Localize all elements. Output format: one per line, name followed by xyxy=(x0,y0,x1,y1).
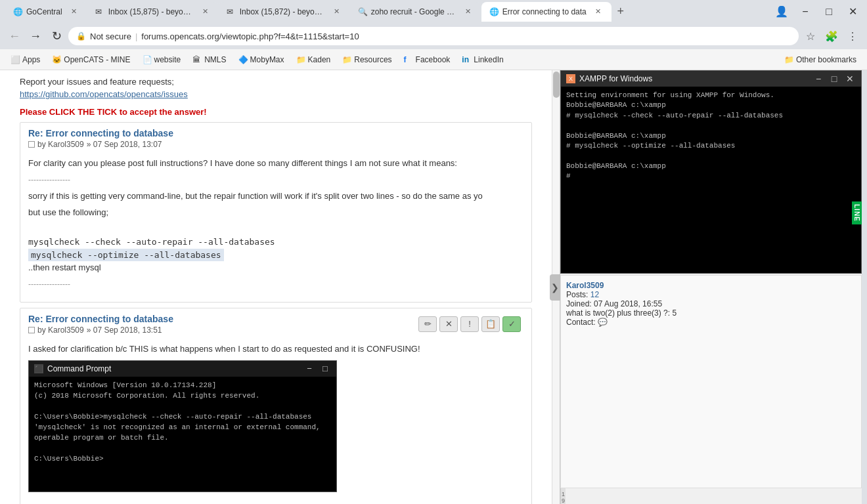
cmd-line-2: (c) 2018 Microsoft Corporation. All righ… xyxy=(34,391,331,402)
tab-close-error[interactable]: ✕ xyxy=(593,7,604,17)
tab-close-zoho[interactable]: ✕ xyxy=(463,7,474,17)
cmd-minimize-button[interactable]: − xyxy=(303,364,315,374)
scrollbar-thumb[interactable] xyxy=(553,72,560,98)
report-link[interactable]: https://github.com/opencats/opencats/iss… xyxy=(0,89,552,104)
maximize-button[interactable]: □ xyxy=(820,3,838,21)
post-1-line3: but use the following; xyxy=(28,206,523,219)
profile-username: Karol3509 xyxy=(566,281,604,290)
bookmark-other[interactable]: 📁 Other bookmarks xyxy=(779,54,862,66)
cmd-maximize-button[interactable]: □ xyxy=(319,364,331,374)
tab-inbox2[interactable]: ✉ Inbox (15,872) - beyondt ✕ xyxy=(219,2,350,22)
post-1-title[interactable]: Re: Error connecting to database xyxy=(28,128,173,138)
profile-panel: Karol3509 Posts: 12 Joined: 07 Aug 2018,… xyxy=(560,275,862,489)
bookmark-facebook[interactable]: f Facebook xyxy=(399,54,456,66)
edge-number-2: 9 xyxy=(562,497,565,504)
contact-icon: 💬 xyxy=(598,318,608,327)
tab-close-gocentral[interactable]: ✕ xyxy=(69,7,79,17)
delete-button[interactable]: ✕ xyxy=(439,316,458,332)
profile-username-row: Karol3509 xyxy=(566,281,856,290)
xampp-titlebar: X XAMPP for Windows − □ ✕ xyxy=(561,71,861,87)
tab-title-gocentral: GoCentral xyxy=(26,7,62,16)
profile-joined-row: Joined: 07 Aug 2018, 16:55 xyxy=(566,299,856,308)
bookmark-opencats[interactable]: 🐱 OpenCATS - MINE xyxy=(47,54,135,66)
xampp-title-text: XAMPP for Windows xyxy=(579,74,809,83)
website-icon: 📄 xyxy=(143,55,152,64)
post-2-body: I asked for clarification b/c THIS is wh… xyxy=(20,340,531,501)
bookmark-apps[interactable]: ⬜ Apps xyxy=(5,54,45,66)
sidebar-toggle-button[interactable]: ❯ xyxy=(550,274,560,301)
bookmark-facebook-label: Facebook xyxy=(416,55,451,64)
bookmark-star-button[interactable]: ☆ xyxy=(801,27,820,45)
post-1-author: by Karol3509 xyxy=(37,140,84,149)
quote-button[interactable]: 📋 xyxy=(481,316,500,332)
cmd-line-4: C:\Users\Bobbie>mysqlcheck --check --aut… xyxy=(34,412,331,423)
post-1-icon xyxy=(28,141,35,148)
refresh-button[interactable]: ↻ xyxy=(47,27,66,45)
back-button[interactable]: ← xyxy=(5,27,24,45)
cmd-line-6: operable program or batch file. xyxy=(34,433,331,444)
edit-button[interactable]: ✏ xyxy=(418,316,437,332)
browser-menu-button[interactable]: ⋮ xyxy=(843,27,862,45)
joined-label: Joined: xyxy=(566,299,592,308)
bookmarks-bar: ⬜ Apps 🐱 OpenCATS - MINE 📄 website 🏛 NML… xyxy=(0,49,867,70)
profile-posts-row: Posts: 12 xyxy=(566,290,856,299)
xampp-line-4 xyxy=(566,121,856,131)
account-button[interactable]: 👤 xyxy=(772,3,791,21)
tab-favicon-error: 🌐 xyxy=(489,7,499,16)
cmd-line-5: 'mysqlcheck' is not recognized as an int… xyxy=(34,423,331,433)
tab-inbox1[interactable]: ✉ Inbox (15,875) - beyondt ✕ xyxy=(87,2,219,22)
right-edge-panel: 1 9 xyxy=(560,488,566,504)
linkedin-icon: in xyxy=(462,55,471,64)
apps-icon: ⬜ xyxy=(11,55,20,64)
contact-label: Contact: xyxy=(566,318,596,327)
bookmark-nmls[interactable]: 🏛 NMLS xyxy=(187,54,231,66)
xampp-line-2: Bobbie@BARBARA c:\xampp xyxy=(566,100,856,110)
new-tab-button[interactable]: + xyxy=(611,3,630,21)
profile-question: what is two(2) plus three(3) ?: xyxy=(566,308,670,318)
post-1-meta: by Karol3509 » 07 Sep 2018, 13:07 xyxy=(28,140,523,149)
command-prompt-window[interactable]: ⬛ Command Prompt − □ Microsoft Windows [… xyxy=(28,360,337,492)
tab-title-error: Error connecting to data xyxy=(502,7,587,16)
xampp-maximize-button[interactable]: □ xyxy=(828,74,840,84)
post-1-header: Re: Error connecting to database by Karo… xyxy=(20,123,531,154)
forward-button[interactable]: → xyxy=(26,27,45,45)
browser-frame: 🌐 GoCentral ✕ ✉ Inbox (15,875) - beyondt… xyxy=(0,0,867,504)
tab-goCentral[interactable]: 🌐 GoCentral ✕ xyxy=(5,2,87,22)
tab-close-inbox2[interactable]: ✕ xyxy=(332,7,342,17)
cmd-title-text: Command Prompt xyxy=(47,363,300,375)
bookmark-resources[interactable]: 📁 Resources xyxy=(337,54,397,66)
security-label: Not secure xyxy=(90,32,131,41)
click-tick-notice: Please CLICK THE TICK to accept the answ… xyxy=(0,104,552,122)
tab-error[interactable]: 🌐 Error connecting to data ✕ xyxy=(481,2,611,22)
opencats-icon: 🐱 xyxy=(52,55,61,64)
cmd-line-3 xyxy=(34,402,331,412)
bookmark-resources-label: Resources xyxy=(354,55,391,64)
resources-icon: 📁 xyxy=(342,55,351,64)
post-2-title[interactable]: Re: Error connecting to database xyxy=(28,314,173,324)
bookmark-mobymax[interactable]: 🔷 MobyMax xyxy=(233,54,290,66)
bookmark-linkedin[interactable]: in LinkedIn xyxy=(456,54,508,66)
address-bar[interactable]: 🔒 Not secure | forums.opencats.org/viewt… xyxy=(68,27,799,45)
close-window-button[interactable]: ✕ xyxy=(843,3,862,21)
post-2-date: » 07 Sep 2018, 13:51 xyxy=(87,326,162,335)
xampp-minimize-button[interactable]: − xyxy=(812,74,824,84)
extensions-button[interactable]: 🧩 xyxy=(822,27,841,45)
security-icon: 🔒 xyxy=(76,32,86,41)
profile-answer: 5 xyxy=(672,308,677,318)
xampp-close-button[interactable]: ✕ xyxy=(844,74,856,84)
bookmark-kaden-label: Kaden xyxy=(308,55,331,64)
accept-button[interactable]: ✓ xyxy=(502,316,521,332)
live-badge: LINE xyxy=(852,201,862,224)
cmd-titlebar: ⬛ Command Prompt − □ xyxy=(29,361,336,377)
facebook-icon: f xyxy=(404,55,413,64)
cmd-line-7 xyxy=(34,444,331,454)
tab-favicon-inbox2: ✉ xyxy=(227,7,236,16)
cmd-icon: ⬛ xyxy=(34,364,43,373)
bookmark-nmls-label: NMLS xyxy=(204,55,226,64)
bookmark-website[interactable]: 📄 website xyxy=(137,54,187,66)
tab-close-inbox1[interactable]: ✕ xyxy=(200,7,211,17)
report-button[interactable]: ! xyxy=(460,316,479,332)
minimize-button[interactable]: − xyxy=(796,3,814,21)
tab-zoho[interactable]: 🔍 zoho recruit - Google Se ✕ xyxy=(350,2,481,22)
bookmark-kaden[interactable]: 📁 Kaden xyxy=(291,54,336,66)
